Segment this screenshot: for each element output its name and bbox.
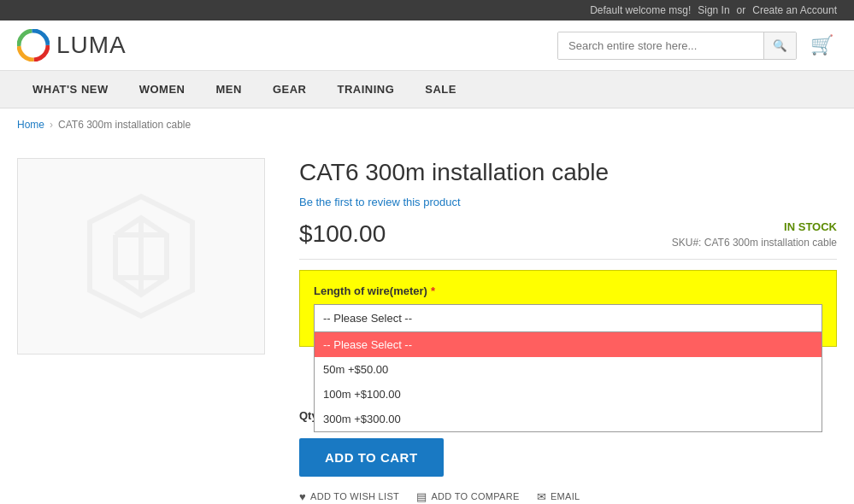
review-link[interactable]: Be the first to review this product [299, 196, 837, 208]
product-title: CAT6 300m installation cable [299, 158, 837, 187]
dropdown-open-list: -- Please Select -- 50m +$50.00 100m +$1… [314, 331, 822, 432]
dropdown-option-100m[interactable]: 100m +$100.00 [315, 382, 822, 407]
dropdown-option-300m[interactable]: 300m +$300.00 [315, 407, 822, 431]
price-row: $100.00 IN STOCK SKU#: CAT6 300m install… [299, 220, 837, 260]
top-bar: Default welcome msg! Sign In or Create a… [0, 0, 854, 21]
welcome-message: Default welcome msg! [590, 4, 691, 16]
dropdown-option-50m[interactable]: 50m +$50.00 [315, 357, 822, 382]
search-box: 🔍 [557, 32, 797, 60]
create-account-link[interactable]: Create an Account [752, 4, 837, 16]
breadcrumb-home[interactable]: Home [17, 119, 44, 131]
or-separator: or [737, 4, 746, 16]
search-icon: 🔍 [773, 39, 787, 52]
header: LUMA 🔍 🛒 [0, 21, 854, 71]
nav-item-men[interactable]: Men [201, 71, 257, 108]
product-sku: SKU#: CAT6 300m installation cable [672, 237, 837, 249]
wishlist-icon: ♥ [299, 490, 306, 503]
compare-icon: ▤ [416, 490, 427, 503]
product-image-placeholder [64, 179, 218, 333]
compare-label: ADD TO COMPARE [431, 491, 519, 501]
nav-item-training[interactable]: Training [321, 71, 409, 108]
email-icon: ✉ [537, 490, 546, 503]
wire-length-select[interactable]: -- Please Select -- [314, 304, 822, 332]
add-to-compare-link[interactable]: ▤ ADD TO COMPARE [416, 490, 520, 503]
breadcrumb-separator: › [50, 119, 53, 131]
product-price: $100.00 [299, 220, 386, 248]
action-links: ♥ ADD TO WISH LIST ▤ ADD TO COMPARE ✉ EM… [299, 490, 837, 503]
nav-item-whats-new[interactable]: What's New [17, 71, 124, 108]
logo-icon [17, 29, 50, 62]
product-image-container [17, 158, 265, 355]
main-nav: What's New Women Men Gear Training Sale [0, 71, 854, 108]
nav-item-gear[interactable]: Gear [257, 71, 322, 108]
breadcrumb-current: CAT6 300m installation cable [58, 119, 191, 131]
breadcrumb: Home › CAT6 300m installation cable [0, 108, 854, 141]
search-input[interactable] [558, 32, 763, 59]
logo-text: LUMA [56, 32, 127, 59]
sign-in-link[interactable]: Sign In [698, 4, 729, 16]
stock-sku: IN STOCK SKU#: CAT6 300m installation ca… [672, 220, 837, 249]
nav-item-sale[interactable]: Sale [409, 71, 472, 108]
add-to-wishlist-link[interactable]: ♥ ADD TO WISH LIST [299, 490, 399, 503]
email-link[interactable]: ✉ EMAIL [537, 490, 580, 503]
dropdown-selected-value: -- Please Select -- [323, 312, 412, 325]
dropdown-wrapper: -- Please Select -- -- Please Select -- … [314, 304, 822, 332]
product-info: CAT6 300m installation cable Be the firs… [299, 158, 837, 503]
wire-length-box: Length of wire(meter) * -- Please Select… [299, 270, 837, 347]
email-label: EMAIL [551, 491, 580, 501]
wire-length-label: Length of wire(meter) * [314, 284, 822, 297]
sku-label: SKU#: [672, 237, 702, 249]
in-stock-badge: IN STOCK [672, 220, 837, 233]
add-to-cart-button[interactable]: Add to Cart [299, 438, 444, 477]
header-right: 🔍 🛒 [557, 31, 837, 60]
search-button[interactable]: 🔍 [763, 32, 796, 59]
required-indicator: * [431, 284, 435, 297]
sku-value: CAT6 300m installation cable [704, 237, 837, 249]
cart-icon: 🛒 [810, 34, 833, 56]
main-content: CAT6 300m installation cable Be the firs… [0, 141, 854, 504]
cart-button[interactable]: 🛒 [807, 31, 837, 60]
wishlist-label: ADD TO WISH LIST [310, 491, 399, 501]
dropdown-option-placeholder[interactable]: -- Please Select -- [315, 332, 822, 357]
logo[interactable]: LUMA [17, 29, 127, 62]
nav-item-women[interactable]: Women [124, 71, 201, 108]
